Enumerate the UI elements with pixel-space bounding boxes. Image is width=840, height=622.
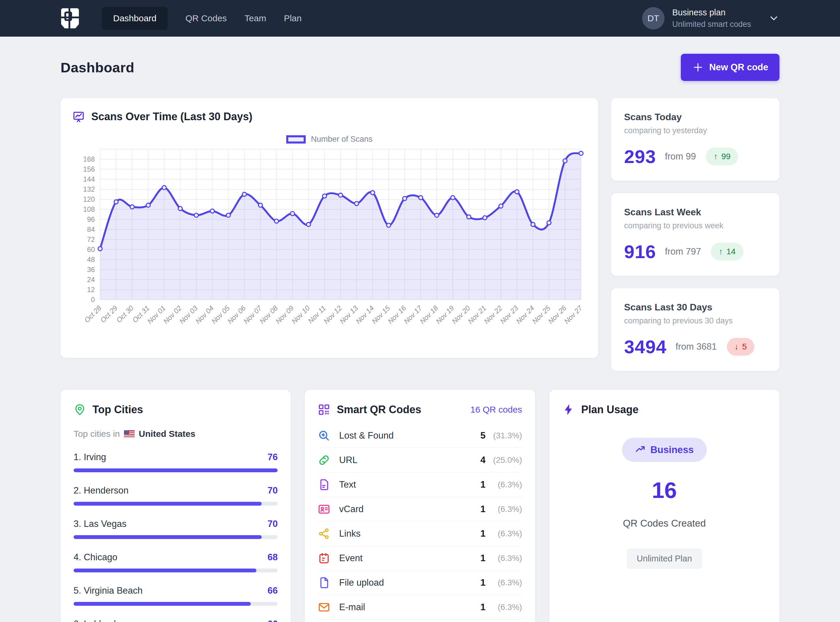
app-logo-icon[interactable] <box>61 8 79 29</box>
qr-codes-created-count: 16 <box>563 477 767 503</box>
arrow-icon: ↑ <box>713 152 718 161</box>
svg-text:60: 60 <box>87 246 95 253</box>
city-bar-track <box>73 602 277 606</box>
nav-links: DashboardQR CodesTeamPlan <box>102 7 302 30</box>
city-bar-track <box>73 468 277 472</box>
city-scan-count: 68 <box>268 552 277 563</box>
city-bar-fill <box>73 602 251 606</box>
file-text-icon <box>318 479 330 491</box>
qr-type-label: URL <box>339 455 357 465</box>
qr-type-row-text: Text1(6.3%) <box>318 473 522 497</box>
top-nav: DashboardQR CodesTeamPlan DT Business pl… <box>0 0 840 37</box>
stat-card-scans-last-week: Scans Last Weekcomparing to previous wee… <box>611 193 779 276</box>
account-menu[interactable]: DT Business plan Unlimited smart codes <box>642 7 779 29</box>
svg-text:Nov 27: Nov 27 <box>563 304 584 325</box>
qr-type-row-file-upload: File upload1(6.3%) <box>318 571 522 595</box>
svg-text:Oct 30: Oct 30 <box>115 304 135 324</box>
qr-type-label: E-mail <box>339 602 365 613</box>
account-plan-label: Business plan <box>672 8 751 17</box>
city-scan-count: 66 <box>268 585 277 596</box>
svg-text:12: 12 <box>87 286 95 294</box>
plan-usage-card: Plan Usage Business 16 QR Codes Created … <box>549 390 779 622</box>
trending-up-icon <box>635 445 646 455</box>
city-scan-count: 70 <box>268 518 277 529</box>
qr-codes-count-link[interactable]: 16 QR codes <box>471 405 522 415</box>
stat-change-badge: ↑99 <box>706 148 738 165</box>
city-name: 6. Lubbock <box>73 619 119 622</box>
stat-subtitle: comparing to yesterday <box>624 126 767 135</box>
chevron-down-icon <box>768 13 779 24</box>
city-name: 5. Virginia Beach <box>73 585 143 596</box>
calendar-icon <box>318 552 330 564</box>
qr-type-percent: (6.3%) <box>490 480 522 489</box>
city-row-irving: 1. Irving76 <box>73 452 277 472</box>
magnifier-plus-icon <box>318 430 330 442</box>
city-row-lubbock: 6. Lubbock66 <box>73 619 277 622</box>
map-pin-icon <box>73 404 86 416</box>
qr-grid-icon <box>318 404 330 416</box>
city-bar-fill <box>73 468 277 472</box>
plus-icon <box>692 61 704 73</box>
nav-item-plan[interactable]: Plan <box>284 7 302 30</box>
legend-label: Number of Scans <box>311 135 373 144</box>
city-scan-count: 76 <box>268 452 277 462</box>
stat-change-badge: ↑14 <box>711 243 743 261</box>
city-name: 3. Las Vegas <box>73 518 127 529</box>
qr-type-row-url: URL4(25.0%) <box>318 448 522 473</box>
qr-type-row-lost-found: Lost & Found5(31.3%) <box>318 424 522 448</box>
svg-text:24: 24 <box>87 276 95 284</box>
svg-text:108: 108 <box>83 206 95 213</box>
svg-text:96: 96 <box>87 216 95 223</box>
city-name: 1. Irving <box>73 452 106 462</box>
nav-item-team[interactable]: Team <box>245 7 266 30</box>
qr-type-count: 5 <box>480 430 485 441</box>
qr-type-row-e-mail: E-mail1(6.3%) <box>318 595 522 620</box>
qr-codes-created-caption: QR Codes Created <box>563 518 767 529</box>
city-bar-fill <box>73 569 256 572</box>
city-name: 2. Henderson <box>73 485 128 496</box>
cities-list: 1. Irving762. Henderson703. Las Vegas704… <box>73 452 277 622</box>
qr-type-percent: (25.0%) <box>490 456 522 465</box>
qr-type-row-links: Links1(6.3%) <box>318 521 522 546</box>
link-icon <box>318 454 330 466</box>
unlimited-plan-pill: Unlimited Plan <box>627 549 702 569</box>
bolt-icon <box>563 404 575 416</box>
top-cities-subtitle: Top cities in United States <box>73 429 277 439</box>
qr-type-label: Text <box>339 479 356 490</box>
share-icon <box>318 527 330 540</box>
stat-from: from 3681 <box>675 341 717 352</box>
city-bar-track <box>73 502 277 506</box>
account-subtitle: Unlimited smart codes <box>672 20 751 29</box>
qr-type-count: 1 <box>480 479 485 490</box>
qr-type-label: Lost & Found <box>339 430 393 441</box>
stat-from: from 797 <box>665 246 701 257</box>
new-qr-code-button[interactable]: New QR code <box>681 54 779 81</box>
svg-text:48: 48 <box>87 256 95 264</box>
qr-type-count: 1 <box>480 528 485 539</box>
svg-text:72: 72 <box>87 236 95 243</box>
qr-type-count: 4 <box>480 455 485 465</box>
qr-type-row-app-download: App Download1(6.3%) <box>318 620 522 622</box>
plan-usage-title: Plan Usage <box>581 404 639 416</box>
qr-type-row-event: Event1(6.3%) <box>318 546 522 571</box>
legend-swatch <box>286 135 306 143</box>
us-flag-icon <box>124 430 135 438</box>
qr-type-count: 1 <box>480 578 485 588</box>
stat-value: 293 <box>624 146 656 167</box>
city-bar-track <box>73 535 277 539</box>
city-bar-fill <box>73 535 262 539</box>
svg-text:Oct 28: Oct 28 <box>83 304 103 324</box>
svg-text:Oct 29: Oct 29 <box>99 304 119 324</box>
qr-type-row-vcard: vCard1(6.3%) <box>318 497 522 521</box>
stat-value: 916 <box>624 241 656 262</box>
arrow-icon: ↑ <box>719 247 723 256</box>
svg-text:0: 0 <box>91 296 95 303</box>
top-cities-country: United States <box>139 429 195 439</box>
top-cities-title: Top Cities <box>93 404 143 416</box>
nav-item-qr-codes[interactable]: QR Codes <box>186 7 227 30</box>
city-bar-fill <box>73 502 262 506</box>
nav-item-dashboard[interactable]: Dashboard <box>102 7 168 30</box>
svg-text:132: 132 <box>83 186 95 193</box>
svg-text:36: 36 <box>87 266 95 273</box>
stat-title: Scans Last Week <box>624 207 767 218</box>
